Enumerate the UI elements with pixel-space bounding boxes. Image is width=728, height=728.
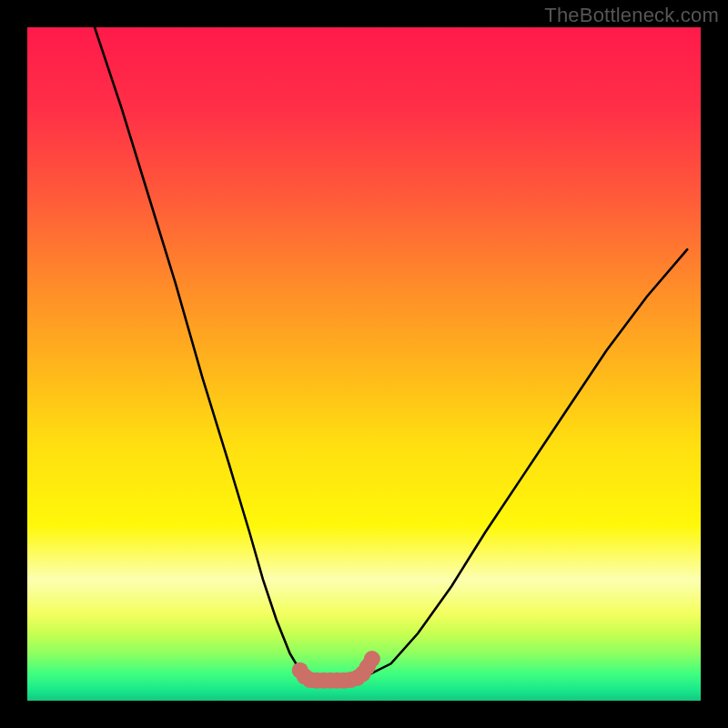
plot-svg [27,27,701,701]
fit-point [364,651,380,667]
plot-area [27,27,701,701]
watermark-text: TheBottleneck.com [544,4,719,27]
frame: TheBottleneck.com [0,0,728,728]
